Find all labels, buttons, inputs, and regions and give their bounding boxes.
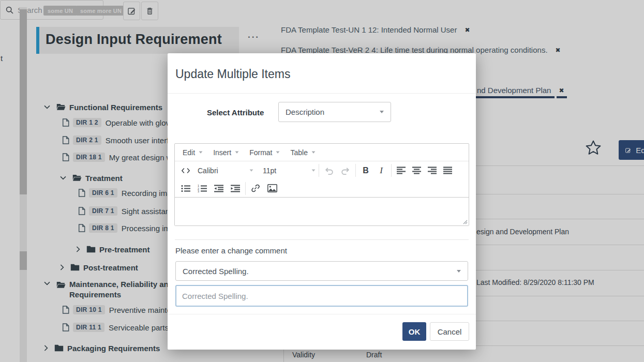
align-justify-button[interactable] — [441, 164, 455, 177]
redo-icon — [340, 167, 351, 175]
comment-preset-select[interactable]: Corrected Spelling. — [175, 261, 468, 281]
undo-button[interactable] — [322, 164, 336, 177]
footer-divider — [168, 314, 476, 314]
app-window: t some UN some more UN Design Input Requ — [0, 0, 644, 362]
chevron-down-icon — [199, 151, 203, 153]
undo-icon — [324, 167, 334, 175]
comment-preset-value: Corrected Spelling. — [183, 267, 249, 276]
outdent-icon — [214, 185, 224, 192]
toolbar-separator — [245, 182, 246, 195]
chevron-down-icon — [380, 111, 384, 113]
chevron-down-icon — [276, 151, 280, 153]
increase-indent-button[interactable] — [229, 182, 242, 195]
ok-button[interactable]: OK — [402, 322, 426, 341]
align-left-button[interactable] — [395, 164, 408, 177]
align-right-icon — [428, 167, 437, 174]
change-comment-label: Please enter a change comment — [175, 246, 287, 255]
select-attribute-label: Select Attribute — [207, 108, 264, 117]
chevron-down-icon — [235, 151, 239, 153]
link-icon — [251, 184, 260, 193]
font-size-select[interactable]: 11pt — [263, 164, 316, 177]
font-size-value: 11pt — [263, 167, 276, 175]
cancel-button[interactable]: Cancel — [430, 322, 469, 341]
section-divider — [175, 239, 469, 240]
editor-content-area[interactable] — [175, 197, 469, 225]
decrease-indent-button[interactable] — [212, 182, 226, 195]
menu-label: Table — [290, 148, 307, 157]
editor-menubar: Edit Insert Format Table — [175, 144, 469, 161]
align-justify-icon — [443, 167, 453, 174]
menu-label: Edit — [183, 148, 195, 157]
comment-input-wrapper — [175, 285, 468, 307]
rich-text-editor: Edit Insert Format Table Calibri 11pt — [174, 143, 469, 226]
indent-icon — [231, 185, 241, 192]
menu-table[interactable]: Table — [285, 144, 320, 161]
source-code-button[interactable] — [179, 164, 192, 177]
bullet-list-button[interactable] — [179, 182, 192, 195]
redo-button[interactable] — [339, 164, 352, 177]
chevron-down-icon — [250, 169, 253, 171]
numbered-list-icon: 123 — [198, 185, 207, 192]
italic-icon: I — [380, 165, 383, 176]
dialog-divider — [168, 93, 476, 94]
code-icon — [182, 168, 190, 174]
attribute-select[interactable]: Description — [278, 102, 391, 122]
update-multiple-items-dialog: Update Multiple Items Select Attribute D… — [168, 53, 476, 350]
toolbar-separator — [319, 164, 319, 177]
bold-button[interactable]: B — [359, 164, 372, 177]
align-right-button[interactable] — [426, 164, 439, 177]
editor-toolbar-row-2: 123 — [175, 179, 469, 197]
svg-text:3: 3 — [198, 189, 199, 192]
bold-icon: B — [363, 166, 369, 175]
dialog-title: Update Multiple Items — [175, 67, 290, 81]
menu-format[interactable]: Format — [244, 144, 285, 161]
font-family-value: Calibri — [198, 167, 218, 175]
image-icon — [267, 184, 277, 192]
toolbar-separator — [355, 164, 356, 177]
menu-label: Format — [249, 148, 272, 157]
chevron-down-icon — [457, 270, 461, 273]
italic-button[interactable]: I — [375, 164, 388, 177]
menu-insert[interactable]: Insert — [208, 144, 244, 161]
numbered-list-button[interactable]: 123 — [196, 182, 209, 195]
attribute-select-value: Description — [286, 108, 324, 116]
menu-label: Insert — [213, 148, 231, 157]
insert-image-button[interactable] — [265, 182, 279, 195]
resize-grip-icon[interactable] — [462, 219, 468, 224]
bullet-list-icon — [181, 185, 191, 192]
editor-toolbar-row-1: Calibri 11pt B I — [175, 161, 469, 179]
align-center-button[interactable] — [410, 164, 424, 177]
comment-input[interactable] — [176, 292, 467, 300]
chevron-down-icon — [312, 151, 316, 153]
align-left-icon — [397, 167, 406, 174]
toolbar-separator — [391, 164, 392, 177]
menu-edit[interactable]: Edit — [177, 144, 208, 161]
chevron-down-icon — [312, 169, 316, 171]
align-center-icon — [412, 167, 422, 174]
insert-link-button[interactable] — [249, 182, 262, 195]
font-family-select[interactable]: Calibri — [198, 164, 253, 177]
